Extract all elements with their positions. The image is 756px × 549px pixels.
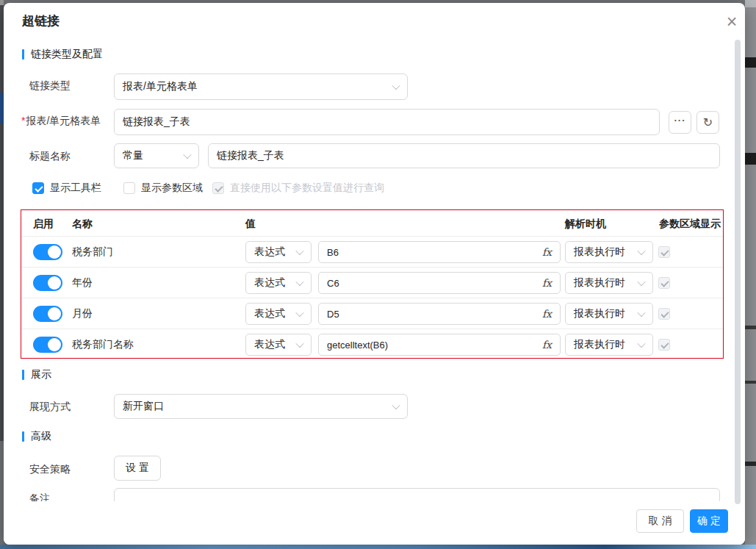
area-display-checkbox <box>658 339 670 351</box>
timing-select[interactable]: 报表执行时 <box>565 241 653 263</box>
enable-toggle[interactable] <box>33 306 62 322</box>
section-advanced-title: 高级 <box>31 430 51 443</box>
section-display: 展示 <box>22 369 51 381</box>
toolbar-checkbox-group[interactable]: 显示工具栏 <box>32 182 101 195</box>
fx-icon[interactable]: fx <box>542 308 552 320</box>
timing-select[interactable]: 报表执行时 <box>565 272 653 294</box>
value-input[interactable]: C6fx <box>318 272 561 294</box>
background-detail <box>745 381 756 384</box>
section-link-config: 链接类型及配置 <box>22 49 103 60</box>
value-type-value: 表达式 <box>254 338 285 351</box>
security-settings-button[interactable]: 设 置 <box>114 456 161 481</box>
direct-query-checkbox <box>212 182 224 194</box>
section-bar <box>22 49 24 60</box>
param-area-checkbox[interactable] <box>123 182 135 194</box>
link-type-select[interactable]: 报表/单元格表单 <box>114 73 408 100</box>
timing-value: 报表执行时 <box>574 245 625 259</box>
refresh-icon: ↻ <box>703 115 713 129</box>
value-type-select[interactable]: 表达式 <box>245 241 312 263</box>
value-type-select[interactable]: 表达式 <box>245 272 312 294</box>
value-type-value: 表达式 <box>254 276 285 290</box>
security-policy-label: 安全策略 <box>29 463 71 476</box>
cancel-button[interactable]: 取 消 <box>636 509 684 533</box>
table-row: 月份 表达式 D5fx 报表执行时 <box>21 298 723 329</box>
enable-toggle[interactable] <box>33 244 62 260</box>
dialog-footer: 取 消 确 定 <box>4 501 745 545</box>
display-mode-select[interactable]: 新开窗口 <box>114 394 408 419</box>
title-type-select[interactable]: 常量 <box>114 143 199 168</box>
area-display-checkbox <box>658 277 670 289</box>
header-timing: 解析时机 <box>565 218 606 231</box>
table-row: 税务部门名称 表达式 getcelltext(B6)fx 报表执行时 <box>21 329 723 359</box>
background-detail <box>0 0 4 5</box>
timing-select[interactable]: 报表执行时 <box>565 334 653 356</box>
background-app-right <box>745 0 756 549</box>
background-detail <box>745 462 756 466</box>
check-icon <box>660 340 669 348</box>
dialog-content: 链接类型及配置 链接类型 报表/单元格表单 *报表/单元格表单 ··· ↻ 标题… <box>4 3 745 501</box>
table-row: 年份 表达式 C6fx 报表执行时 <box>21 267 723 298</box>
display-mode-label: 展现方式 <box>29 401 71 414</box>
value-type-select[interactable]: 表达式 <box>245 334 312 356</box>
check-icon <box>35 184 43 192</box>
value-input[interactable]: B6fx <box>318 241 561 263</box>
confirm-button[interactable]: 确 定 <box>690 509 728 533</box>
vertical-scrollbar[interactable] <box>735 40 741 504</box>
header-value: 值 <box>245 218 256 231</box>
report-form-input[interactable] <box>114 109 660 135</box>
chevron-down-icon <box>637 340 645 348</box>
value-type-select[interactable]: 表达式 <box>245 303 312 325</box>
enable-toggle[interactable] <box>33 275 62 291</box>
enable-toggle[interactable] <box>33 337 62 353</box>
required-mark: * <box>21 115 25 126</box>
report-form-label: *报表/单元格表单 <box>21 115 101 128</box>
section-advanced: 高级 <box>22 431 51 442</box>
link-type-label: 链接类型 <box>29 79 71 93</box>
toolbar-checkbox-label: 显示工具栏 <box>50 182 101 195</box>
value-input[interactable]: D5fx <box>318 303 561 325</box>
timing-select[interactable]: 报表执行时 <box>565 303 653 325</box>
chevron-down-icon <box>637 247 645 255</box>
value-text: getcelltext(B6) <box>327 340 388 351</box>
table-row: 税务部门 表达式 B6fx 报表执行时 <box>21 236 723 267</box>
header-enable: 启用 <box>33 218 54 231</box>
fx-icon[interactable]: fx <box>542 339 552 351</box>
remark-input[interactable] <box>114 488 720 501</box>
refresh-button[interactable]: ↻ <box>696 111 719 134</box>
browse-ellipsis-button[interactable]: ··· <box>669 111 691 134</box>
chevron-down-icon <box>637 278 645 286</box>
param-area-checkbox-group[interactable]: 显示参数区域 <box>123 182 203 195</box>
report-form-label-text: 报表/单元格表单 <box>26 115 101 126</box>
check-icon <box>660 248 669 256</box>
chevron-down-icon <box>392 401 400 409</box>
param-name: 年份 <box>72 276 93 290</box>
param-name: 税务部门名称 <box>72 338 134 351</box>
title-name-label: 标题名称 <box>29 150 71 163</box>
timing-value: 报表执行时 <box>574 338 625 351</box>
value-text: D5 <box>327 309 339 320</box>
fx-icon[interactable]: fx <box>542 246 552 258</box>
param-name: 税务部门 <box>72 245 113 259</box>
chevron-down-icon <box>392 82 400 90</box>
section-bar <box>22 431 24 442</box>
remark-label: 备注 <box>29 492 50 501</box>
section-display-title: 展示 <box>31 368 51 381</box>
check-icon <box>660 309 669 317</box>
header-name: 名称 <box>72 218 93 231</box>
chevron-down-icon <box>295 247 303 255</box>
section-link-config-title: 链接类型及配置 <box>31 48 103 61</box>
fx-icon[interactable]: fx <box>542 277 552 289</box>
value-text: B6 <box>327 247 339 258</box>
toolbar-checkbox[interactable] <box>32 182 44 194</box>
value-type-value: 表达式 <box>254 307 285 320</box>
section-bar <box>22 370 24 380</box>
security-settings-button-label: 设 置 <box>126 462 149 475</box>
timing-value: 报表执行时 <box>574 307 625 320</box>
background-detail <box>745 153 756 165</box>
value-input[interactable]: getcelltext(B6)fx <box>318 334 561 356</box>
display-mode-value: 新开窗口 <box>123 400 164 413</box>
background-detail <box>745 326 756 329</box>
background-detail <box>745 0 756 7</box>
title-name-input[interactable] <box>208 143 720 168</box>
hyperlink-dialog: 超链接 × 链接类型及配置 链接类型 报表/单元格表单 *报表/单元格表单 ··… <box>4 3 745 545</box>
